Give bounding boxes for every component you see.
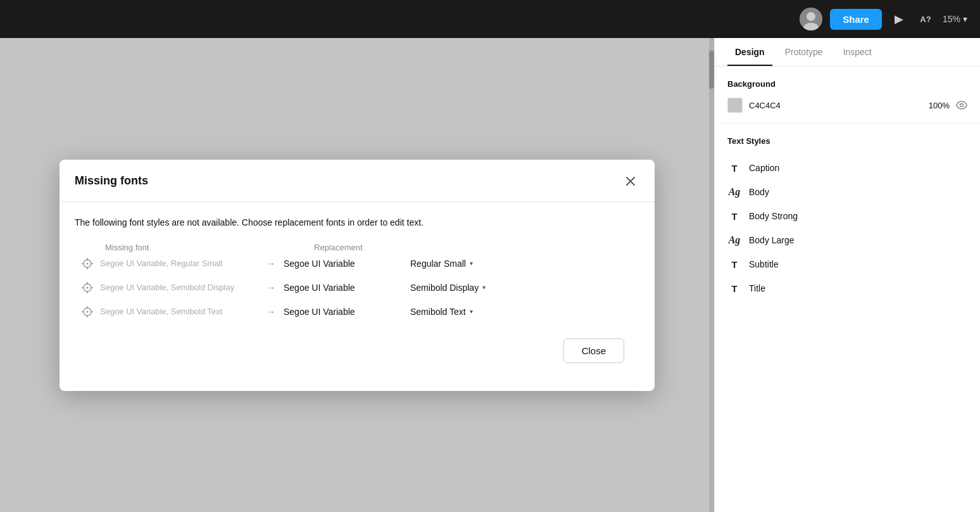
zoom-level: 15% bbox=[943, 14, 960, 24]
dialog-close-button[interactable] bbox=[622, 172, 639, 190]
background-section: Background C4C4C4 100% bbox=[715, 67, 980, 124]
panel-tabs: Design Prototype Inspect bbox=[715, 38, 980, 67]
svg-point-16 bbox=[87, 286, 89, 288]
tab-prototype[interactable]: Prototype bbox=[777, 38, 831, 66]
svg-point-23 bbox=[960, 104, 964, 107]
text-style-body-large[interactable]: Ag Body Large bbox=[727, 228, 967, 252]
font-replacement-name-2: Segoe UI Variable bbox=[284, 307, 410, 317]
font-row: Segoe UI Variable, Regular Small → Segoe… bbox=[75, 257, 639, 270]
main-area: Missing fonts The following font styles … bbox=[0, 38, 980, 512]
svg-point-10 bbox=[87, 262, 89, 264]
zoom-control[interactable]: 15% ▾ bbox=[943, 14, 967, 24]
dialog-title: Missing fonts bbox=[75, 174, 148, 188]
body-label: Body bbox=[749, 187, 769, 197]
svg-point-22 bbox=[87, 310, 89, 312]
crosshair-icon bbox=[75, 281, 100, 294]
text-styles-section: Text Styles T Caption Ag Body T Body Str… bbox=[715, 124, 980, 313]
text-style-subtitle[interactable]: T Subtitle bbox=[727, 252, 967, 276]
body-large-label: Body Large bbox=[749, 235, 795, 245]
topbar: Share ▶ A? 15% ▾ bbox=[0, 0, 980, 38]
text-style-body-strong[interactable]: T Body Strong bbox=[727, 204, 967, 228]
tab-design[interactable]: Design bbox=[727, 38, 772, 66]
arrow-icon-2: → bbox=[258, 307, 284, 317]
body-strong-label: Body Strong bbox=[749, 211, 798, 221]
background-color-swatch[interactable] bbox=[727, 98, 743, 113]
font-missing-1: Segoe UI Variable, Semibold Display bbox=[100, 283, 258, 292]
avatar[interactable] bbox=[800, 8, 822, 30]
font-style-chevron-0: ▾ bbox=[470, 260, 473, 267]
text-style-caption[interactable]: T Caption bbox=[727, 156, 967, 180]
font-rows: Segoe UI Variable, Regular Small → Segoe… bbox=[75, 257, 639, 318]
crosshair-icon bbox=[75, 257, 100, 270]
dialog-header: Missing fonts bbox=[60, 160, 655, 202]
dialog-description: The following font styles are not availa… bbox=[75, 217, 639, 227]
caption-label: Caption bbox=[749, 163, 779, 173]
subtitle-label: Subtitle bbox=[749, 259, 779, 269]
share-button[interactable]: Share bbox=[830, 9, 882, 30]
font-style-label-1: Semibold Display bbox=[410, 283, 479, 293]
background-hex-value: C4C4C4 bbox=[749, 101, 922, 110]
font-style-select-2[interactable]: Semibold Text ▾ bbox=[410, 307, 473, 317]
dialog-overlay: Missing fonts The following font styles … bbox=[0, 38, 714, 512]
crosshair-icon bbox=[75, 305, 100, 318]
arrow-icon-1: → bbox=[258, 283, 284, 293]
body-large-icon: Ag bbox=[727, 233, 741, 247]
body-strong-icon: T bbox=[727, 209, 741, 223]
arrow-icon-0: → bbox=[258, 259, 284, 269]
missing-fonts-dialog: Missing fonts The following font styles … bbox=[60, 160, 655, 391]
visibility-icon[interactable] bbox=[956, 101, 967, 110]
font-row: Segoe UI Variable, Semibold Display → Se… bbox=[75, 281, 639, 294]
font-style-select-0[interactable]: Regular Small ▾ bbox=[410, 259, 473, 269]
dialog-footer: Close bbox=[75, 338, 639, 378]
text-styles-title: Text Styles bbox=[727, 136, 967, 146]
col-missing-label: Missing font bbox=[105, 243, 289, 252]
font-replacement-name-1: Segoe UI Variable bbox=[284, 283, 410, 293]
font-style-label-0: Regular Small bbox=[410, 259, 466, 269]
play-icon[interactable]: ▶ bbox=[889, 10, 908, 29]
col-replacement-label: Replacement bbox=[314, 243, 363, 252]
caption-icon: T bbox=[727, 161, 741, 175]
text-style-title[interactable]: T Title bbox=[727, 276, 967, 300]
font-missing-0: Segoe UI Variable, Regular Small bbox=[100, 259, 258, 268]
title-label: Title bbox=[749, 283, 765, 293]
svg-point-1 bbox=[807, 12, 815, 21]
font-style-select-1[interactable]: Semibold Display ▾ bbox=[410, 283, 486, 293]
text-style-body[interactable]: Ag Body bbox=[727, 180, 967, 204]
font-row: Segoe UI Variable, Semibold Text → Segoe… bbox=[75, 305, 639, 318]
font-style-chevron-2: ▾ bbox=[470, 308, 473, 315]
spell-check-icon[interactable]: A? bbox=[916, 10, 935, 29]
subtitle-icon: T bbox=[727, 257, 741, 271]
font-table-header: Missing font Replacement bbox=[75, 243, 639, 257]
font-style-chevron-1: ▾ bbox=[482, 284, 486, 291]
body-icon: Ag bbox=[727, 185, 741, 199]
title-icon: T bbox=[727, 281, 741, 295]
right-panel: Design Prototype Inspect Background C4C4… bbox=[714, 38, 980, 512]
dialog-body: The following font styles are not availa… bbox=[60, 202, 655, 391]
tab-inspect[interactable]: Inspect bbox=[836, 38, 879, 66]
zoom-chevron-icon: ▾ bbox=[963, 14, 967, 24]
background-section-title: Background bbox=[727, 79, 967, 89]
background-color-row: C4C4C4 100% bbox=[727, 98, 967, 113]
canvas-scrollbar[interactable] bbox=[709, 38, 714, 512]
close-dialog-button[interactable]: Close bbox=[563, 338, 624, 363]
scrollbar-thumb[interactable] bbox=[709, 51, 714, 89]
font-missing-2: Segoe UI Variable, Semibold Text bbox=[100, 307, 258, 316]
background-opacity-value: 100% bbox=[929, 101, 950, 110]
font-replacement-name-0: Segoe UI Variable bbox=[284, 259, 410, 269]
canvas: Missing fonts The following font styles … bbox=[0, 38, 714, 512]
font-style-label-2: Semibold Text bbox=[410, 307, 466, 317]
